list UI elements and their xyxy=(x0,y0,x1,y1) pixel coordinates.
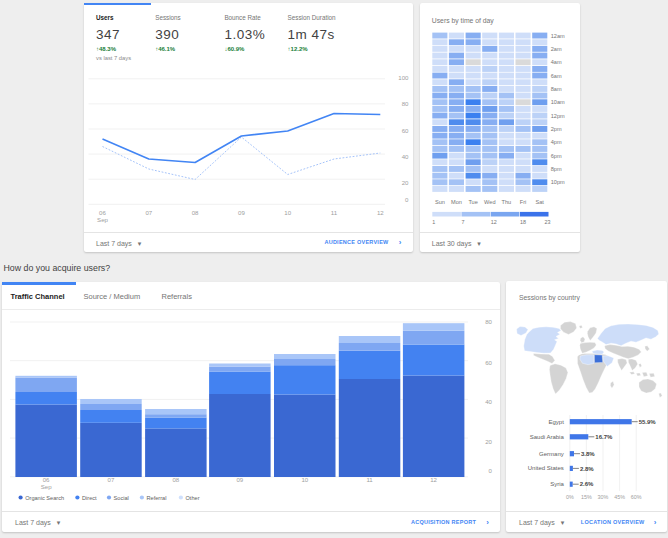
svg-text:12am: 12am xyxy=(550,32,564,38)
svg-text:11: 11 xyxy=(366,476,373,483)
svg-text:100: 100 xyxy=(398,74,409,81)
svg-text:2am: 2am xyxy=(550,45,561,51)
svg-text:United States: United States xyxy=(528,465,564,471)
svg-text:10: 10 xyxy=(301,476,308,483)
svg-text:Tue: Tue xyxy=(468,198,477,204)
svg-text:12pm: 12pm xyxy=(550,112,564,118)
svg-text:6am: 6am xyxy=(550,72,561,78)
svg-text:20: 20 xyxy=(485,438,492,445)
svg-text:Germany: Germany xyxy=(539,451,564,457)
svg-text:45%: 45% xyxy=(614,494,625,500)
svg-text:0%: 0% xyxy=(566,494,574,500)
svg-text:11: 11 xyxy=(330,209,337,216)
svg-text:4pm: 4pm xyxy=(550,139,561,145)
svg-text:2pm: 2pm xyxy=(550,125,561,131)
svg-text:2.6%: 2.6% xyxy=(580,481,594,487)
svg-text:09: 09 xyxy=(236,476,243,483)
svg-text:10: 10 xyxy=(284,209,291,216)
svg-text:0: 0 xyxy=(489,467,493,474)
svg-text:12: 12 xyxy=(430,476,437,483)
svg-text:10am: 10am xyxy=(550,99,564,105)
svg-text:2.8%: 2.8% xyxy=(580,466,594,472)
svg-text:1: 1 xyxy=(432,219,435,225)
svg-text:40: 40 xyxy=(401,152,408,159)
svg-text:80: 80 xyxy=(485,318,492,325)
svg-text:8am: 8am xyxy=(550,85,561,91)
svg-text:12: 12 xyxy=(376,209,383,216)
svg-text:Other: Other xyxy=(186,495,200,501)
svg-text:80: 80 xyxy=(401,100,408,107)
svg-text:7: 7 xyxy=(461,219,464,225)
svg-text:Wed: Wed xyxy=(484,198,495,204)
svg-text:15%: 15% xyxy=(581,494,592,500)
svg-text:Social: Social xyxy=(114,495,129,501)
svg-text:18: 18 xyxy=(519,219,525,225)
svg-text:10pm: 10pm xyxy=(550,179,564,185)
svg-text:0: 0 xyxy=(405,196,409,203)
svg-text:Referral: Referral xyxy=(147,495,167,501)
svg-text:60: 60 xyxy=(401,126,408,133)
svg-text:60: 60 xyxy=(485,359,492,366)
svg-text:16.7%: 16.7% xyxy=(595,434,613,440)
svg-text:Thu: Thu xyxy=(501,198,511,204)
svg-text:30%: 30% xyxy=(598,494,609,500)
svg-text:4am: 4am xyxy=(550,59,561,65)
svg-text:07: 07 xyxy=(108,476,115,483)
svg-text:55.9%: 55.9% xyxy=(639,419,657,425)
svg-text:3.8%: 3.8% xyxy=(581,451,595,457)
svg-text:Sun: Sun xyxy=(434,198,444,204)
svg-text:Fri: Fri xyxy=(519,198,526,204)
svg-text:Mon: Mon xyxy=(451,198,462,204)
svg-text:8pm: 8pm xyxy=(550,165,561,171)
svg-text:23: 23 xyxy=(544,219,550,225)
svg-text:09: 09 xyxy=(238,209,245,216)
svg-text:Sat: Sat xyxy=(535,198,544,204)
svg-text:40: 40 xyxy=(485,398,492,405)
svg-text:08: 08 xyxy=(191,209,198,216)
svg-text:Saudi Arabia: Saudi Arabia xyxy=(530,434,565,440)
svg-text:60%: 60% xyxy=(631,494,642,500)
svg-text:6pm: 6pm xyxy=(550,152,561,158)
svg-text:12: 12 xyxy=(490,219,496,225)
svg-text:20: 20 xyxy=(401,179,408,186)
svg-text:Sep: Sep xyxy=(41,483,52,490)
svg-text:Sep: Sep xyxy=(97,215,108,222)
svg-text:Egypt: Egypt xyxy=(548,419,564,425)
svg-text:Organic Search: Organic Search xyxy=(25,495,64,501)
svg-text:Syria: Syria xyxy=(550,481,564,487)
svg-text:07: 07 xyxy=(145,209,152,216)
svg-text:Direct: Direct xyxy=(82,495,97,501)
svg-text:08: 08 xyxy=(172,476,179,483)
